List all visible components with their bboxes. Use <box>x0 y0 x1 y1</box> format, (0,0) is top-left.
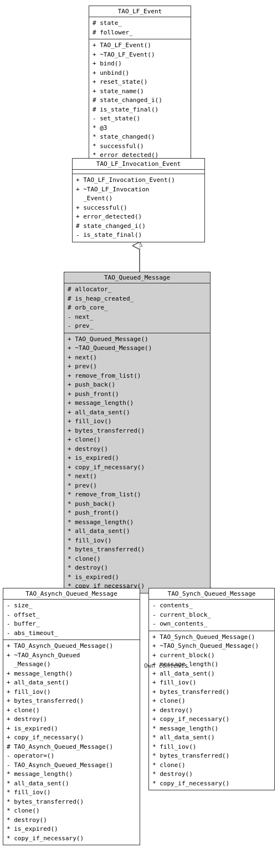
tao-synch-attrs: - contents_ - current_block_ - own_conte… <box>149 600 274 631</box>
tao-lf-event-methods: + TAO_LF_Event() + ~TAO_LF_Event() + bin… <box>89 39 191 171</box>
own-contents-label: Own contents <box>144 662 188 669</box>
tao-synch-methods: + TAO_Synch_Queued_Message() + ~TAO_Sync… <box>149 631 274 790</box>
tao-asynch-methods: + TAO_Asynch_Queued_Message() + ~TAO_Asy… <box>3 640 140 845</box>
tao-queued-message-methods: + TAO_Queued_Message() + ~TAO_Queued_Mes… <box>64 333 210 593</box>
tao-asynch-queued-message-title: TAO_Asynch_Queued_Message <box>3 588 140 600</box>
tao-lf-invocation-event-box: TAO_LF_Invocation_Event + TAO_LF_Invocat… <box>72 158 205 242</box>
tao-asynch-attrs: - size_ - offset_ - buffer_ - abs_timeou… <box>3 600 140 640</box>
tao-lf-event-box: TAO_LF_Event # state_ # follower_ + TAO_… <box>89 6 191 171</box>
tao-lf-invocation-event-title: TAO_LF_Invocation_Event <box>73 159 204 170</box>
tao-lf-event-title: TAO_LF_Event <box>89 6 191 17</box>
tao-lf-invocation-event-methods: + TAO_LF_Invocation_Event() + ~TAO_LF_In… <box>73 174 204 242</box>
tao-lf-event-attrs: # state_ # follower_ <box>89 17 191 39</box>
diagram-container: TAO_LF_Event # state_ # follower_ + TAO_… <box>0 0 277 868</box>
tao-synch-queued-message-box: TAO_Synch_Queued_Message - contents_ - c… <box>148 588 275 790</box>
tao-queued-message-attrs: # allocator_ # is_heap_created_ # orb_co… <box>64 283 210 333</box>
tao-queued-message-box: TAO_Queued_Message # allocator_ # is_hea… <box>64 272 211 593</box>
tao-queued-message-title: TAO_Queued_Message <box>64 272 210 283</box>
tao-lf-invocation-event-attrs <box>73 170 204 174</box>
tao-asynch-queued-message-box: TAO_Asynch_Queued_Message - size_ - offs… <box>3 588 140 845</box>
tao-synch-queued-message-title: TAO_Synch_Queued_Message <box>149 588 274 600</box>
